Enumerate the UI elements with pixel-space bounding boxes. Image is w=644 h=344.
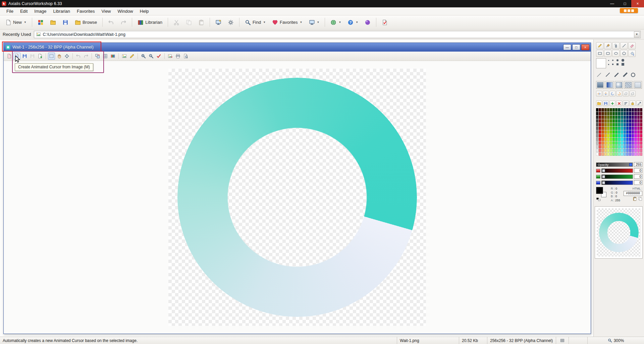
magic-wand-tool[interactable] [624, 81, 633, 89]
palette-swatch[interactable] [640, 123, 642, 126]
test-cursor-check-button[interactable] [379, 17, 390, 28]
palette-swatch[interactable] [596, 138, 598, 141]
palette-swatch[interactable] [634, 152, 637, 156]
palette-swatch[interactable] [624, 145, 626, 148]
palette-swatch[interactable] [612, 123, 615, 126]
palette-swatch[interactable] [637, 112, 640, 115]
brush-size-option[interactable] [622, 63, 624, 66]
palette-swatch[interactable] [601, 108, 604, 112]
find-magnifier-button[interactable]: Find▼ [242, 17, 268, 28]
save-floppy-button[interactable] [60, 17, 71, 28]
print-button[interactable] [174, 53, 181, 60]
palette-swatch[interactable] [615, 141, 618, 145]
palette-swatch[interactable] [637, 145, 640, 148]
eraser-tool[interactable] [628, 42, 636, 49]
palette-swatch[interactable] [599, 141, 601, 145]
palette-sort-tool[interactable] [623, 100, 629, 106]
palette-swatch[interactable] [632, 127, 634, 130]
palette-swatch[interactable] [640, 130, 642, 134]
palette-swatch[interactable] [621, 127, 623, 130]
palette-swatch[interactable] [615, 119, 618, 123]
palette-swatch[interactable] [626, 130, 629, 134]
zoom-out-button[interactable] [148, 53, 155, 60]
palette-swatch[interactable] [621, 134, 623, 137]
palette-swatch[interactable] [640, 127, 642, 130]
swap-colors-icon[interactable] [596, 198, 601, 201]
palette-swatch[interactable] [626, 141, 629, 145]
palette-delete-tool[interactable] [616, 100, 622, 106]
menu-item-file[interactable]: File [3, 8, 16, 15]
properties-button[interactable] [182, 53, 189, 60]
palette-save-tool[interactable] [603, 100, 609, 106]
palette-swatch[interactable] [632, 152, 634, 156]
palette-swatch[interactable] [604, 138, 607, 141]
palette-swatch[interactable] [634, 149, 637, 152]
palette-swatch[interactable] [637, 134, 640, 137]
palette-swatch[interactable] [634, 119, 637, 123]
palette-swatch[interactable] [607, 152, 609, 156]
slider-track-opacity[interactable]: Opacity [596, 162, 633, 167]
copy-color-icon[interactable] [633, 197, 637, 201]
dropdown-caret-icon[interactable]: ▼ [356, 21, 358, 24]
open-folder-button[interactable] [47, 17, 59, 28]
palette-swatch[interactable] [612, 141, 615, 145]
palette-swatch[interactable] [612, 119, 615, 123]
palette-swatch[interactable] [596, 145, 598, 148]
palette-swatch[interactable] [629, 149, 631, 152]
palette-swatch[interactable] [632, 141, 634, 145]
new-document-button[interactable]: New▼ [3, 17, 29, 28]
palette-swatch[interactable] [610, 119, 612, 123]
resize-image-button[interactable] [94, 53, 101, 60]
palette-swatch[interactable] [621, 145, 623, 148]
palette-swatch[interactable] [634, 112, 637, 115]
flip-horizontal-tool[interactable] [596, 91, 602, 96]
screen-capture-button[interactable] [213, 17, 224, 28]
palette-swatch[interactable] [632, 123, 634, 126]
palette-swatch[interactable] [610, 145, 612, 148]
palette-swatch[interactable] [601, 134, 604, 137]
palette-swatch[interactable] [618, 108, 620, 112]
palette-swatch[interactable] [610, 123, 612, 126]
dropdown-caret-icon[interactable]: ▼ [338, 21, 341, 24]
palette-swatch[interactable] [596, 119, 598, 123]
palette-swatch[interactable] [634, 141, 637, 145]
palette-swatch[interactable] [618, 152, 620, 156]
palette-swatch[interactable] [626, 123, 629, 126]
palette-swatch[interactable] [629, 134, 631, 137]
palette-swatch[interactable] [612, 116, 615, 119]
hotspot-crosshair-button[interactable] [63, 53, 70, 60]
move-tool[interactable] [634, 81, 642, 89]
menu-item-edit[interactable]: Edit [17, 8, 31, 15]
palette-swatch[interactable] [637, 119, 640, 123]
palette-swatch[interactable] [629, 152, 631, 156]
palette-swatch[interactable] [612, 138, 615, 141]
close-button[interactable]: × [631, 0, 644, 7]
select-ellipse-tool[interactable] [605, 81, 614, 89]
palette-swatch[interactable] [615, 127, 618, 130]
slider-track-red[interactable] [601, 168, 633, 173]
brush-tool[interactable] [604, 42, 611, 49]
palette-swatch[interactable] [626, 112, 629, 115]
stroke-width-option[interactable] [596, 72, 602, 78]
stroke-width-option[interactable] [613, 72, 620, 78]
palette-swatch[interactable] [599, 108, 601, 112]
slider-thumb-green[interactable] [602, 175, 605, 178]
palette-swatch[interactable] [621, 138, 623, 141]
palette-swatch[interactable] [618, 123, 620, 126]
palette-swatch[interactable] [640, 112, 642, 115]
palette-swatch[interactable] [599, 119, 601, 123]
palette-swatch[interactable] [615, 116, 618, 119]
librarian-books-button[interactable]: Librarian [135, 17, 165, 28]
color-swatches[interactable] [596, 187, 609, 202]
slider-red[interactable]: 0 [596, 168, 642, 173]
outline-style-option[interactable] [631, 73, 635, 77]
paste-color-icon[interactable] [638, 197, 642, 201]
stroke-width-option[interactable] [622, 72, 628, 78]
palette-swatch[interactable] [615, 152, 618, 156]
palette-swatch[interactable] [629, 112, 631, 115]
palette-swatch[interactable] [637, 108, 640, 112]
web-globe-button[interactable]: ▼ [328, 17, 344, 28]
palette-swatch[interactable] [610, 127, 612, 130]
save-document-button[interactable] [21, 53, 28, 60]
palette-swatch[interactable] [615, 108, 618, 112]
